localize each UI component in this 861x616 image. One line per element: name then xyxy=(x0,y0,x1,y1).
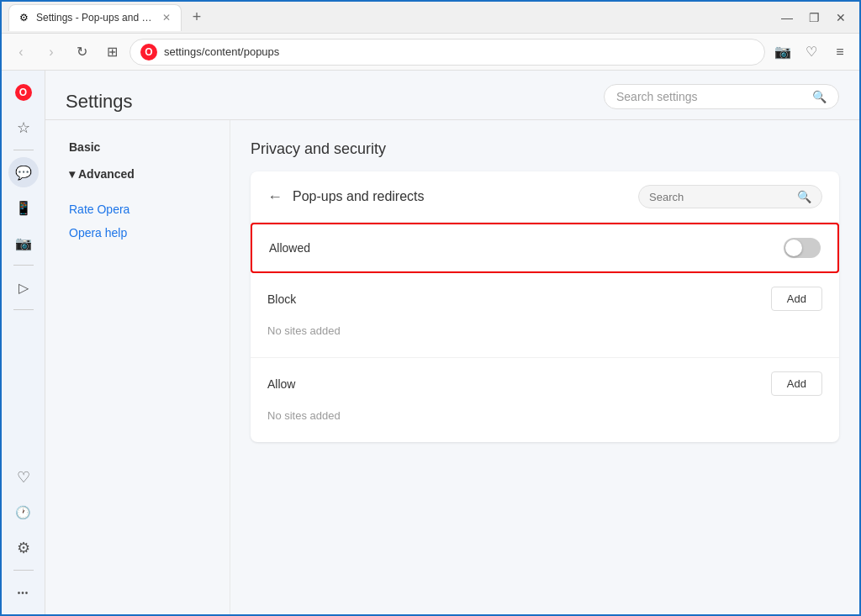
card-search-bar[interactable]: 🔍 xyxy=(638,185,822,208)
allow-add-button[interactable]: Add xyxy=(771,371,822,396)
block-section: Block Add No sites added xyxy=(251,273,839,358)
nav-item-rate-opera[interactable]: Rate Opera xyxy=(59,197,216,221)
content-card: ← Pop-ups and redirects 🔍 Allowed xyxy=(251,171,839,442)
card-search-icon: 🔍 xyxy=(797,190,811,203)
sidebar-item-news[interactable]: ▷ xyxy=(8,272,39,303)
nav-section-advanced: ▾ Advanced xyxy=(45,161,230,187)
sidebar-divider-3 xyxy=(13,309,34,310)
nav-right-buttons: 📷 ♡ ≡ xyxy=(770,39,853,65)
close-button[interactable]: ✕ xyxy=(829,6,853,29)
allowed-toggle[interactable] xyxy=(784,238,821,258)
title-bar: ⚙ Settings - Pop-ups and red... ✕ + — ❐ … xyxy=(2,2,859,34)
tab-title: Settings - Pop-ups and red... xyxy=(36,12,154,24)
address-text: settings/content/popups xyxy=(164,45,754,58)
tab-bar: ⚙ Settings - Pop-ups and red... ✕ + xyxy=(8,4,769,31)
sidebar-item-history[interactable]: 🕐 xyxy=(8,498,39,528)
nav-section-basic: Basic xyxy=(45,134,230,161)
nav-item-advanced[interactable]: ▾ Advanced xyxy=(59,161,216,187)
allow-title: Allow xyxy=(267,377,295,391)
block-no-sites: No sites added xyxy=(267,318,822,344)
heart-button[interactable]: ♡ xyxy=(799,39,824,65)
settings-search-input[interactable] xyxy=(616,90,806,103)
block-add-button[interactable]: Add xyxy=(771,287,822,311)
grid-button[interactable]: ⊞ xyxy=(99,39,124,65)
toggle-knob xyxy=(785,240,802,256)
section-heading: Privacy and security xyxy=(251,140,839,158)
sidebar-item-speed-dial[interactable]: ☆ xyxy=(8,113,39,143)
card-back-button[interactable]: ← xyxy=(267,188,283,206)
settings-area: Settings 🔍 Basic ▾ Advanced xyxy=(45,71,859,614)
nav-item-basic[interactable]: Basic xyxy=(59,134,216,161)
sidebar-divider-2 xyxy=(13,265,34,266)
nav-advanced-label: Advanced xyxy=(78,167,135,181)
settings-title: Settings xyxy=(66,91,133,113)
block-header: Block Add xyxy=(267,287,822,311)
nav-item-opera-help[interactable]: Opera help xyxy=(59,221,216,245)
settings-nav: Basic ▾ Advanced Rate Opera Opera help xyxy=(45,120,230,614)
sidebar: O ☆ 💬 📱 📷 ▷ ♡ 🕐 ⚙ ••• xyxy=(2,71,45,614)
sidebar-item-messenger[interactable]: 💬 xyxy=(8,157,39,187)
sidebar-divider-4 xyxy=(13,570,34,571)
sidebar-item-more[interactable]: ••• xyxy=(8,577,39,608)
sidebar-divider-1 xyxy=(13,150,34,150)
opera-logo-small: O xyxy=(140,44,157,61)
opera-icon: O xyxy=(15,84,32,101)
nav-section-links: Rate Opera Opera help xyxy=(45,197,230,245)
sidebar-item-opera[interactable]: O xyxy=(8,77,39,108)
browser-window: ⚙ Settings - Pop-ups and red... ✕ + — ❐ … xyxy=(0,0,861,616)
forward-button[interactable]: › xyxy=(39,39,64,65)
settings-search-bar[interactable]: 🔍 xyxy=(604,84,839,109)
minimize-button[interactable]: — xyxy=(775,6,799,29)
allowed-label: Allowed xyxy=(269,241,310,255)
address-bar[interactable]: O settings/content/popups xyxy=(129,39,765,66)
card-search-input[interactable] xyxy=(649,191,790,203)
allow-no-sites: No sites added xyxy=(267,403,822,429)
advanced-chevron-icon: ▾ xyxy=(69,167,75,181)
card-title: Pop-ups and redirects xyxy=(293,189,628,204)
new-tab-button[interactable]: + xyxy=(185,6,209,29)
settings-header: Settings 🔍 xyxy=(45,71,859,120)
settings-content: Privacy and security ← Pop-ups and redir… xyxy=(230,120,859,614)
sidebar-item-whatsapp[interactable]: 📱 xyxy=(8,192,39,223)
active-tab[interactable]: ⚙ Settings - Pop-ups and red... ✕ xyxy=(8,4,182,31)
tab-close-button[interactable]: ✕ xyxy=(162,12,171,24)
settings-layout: Basic ▾ Advanced Rate Opera Opera help xyxy=(45,120,859,614)
sidebar-item-settings[interactable]: ⚙ xyxy=(8,533,39,563)
sidebar-item-bookmarks[interactable]: ♡ xyxy=(8,462,39,492)
back-button[interactable]: ‹ xyxy=(8,39,34,65)
sidebar-item-instagram[interactable]: 📷 xyxy=(8,228,39,258)
main-area: O ☆ 💬 📱 📷 ▷ ♡ 🕐 ⚙ ••• Settings 🔍 xyxy=(2,71,859,614)
card-header: ← Pop-ups and redirects 🔍 xyxy=(251,171,839,223)
refresh-button[interactable]: ↻ xyxy=(69,39,94,65)
tab-favicon: ⚙ xyxy=(19,12,31,24)
camera-button[interactable]: 📷 xyxy=(770,39,795,65)
maximize-button[interactable]: ❐ xyxy=(802,6,826,29)
allowed-row: Allowed xyxy=(251,223,839,273)
window-controls: — ❐ ✕ xyxy=(775,6,853,29)
allow-section: Allow Add No sites added xyxy=(251,358,839,442)
navigation-bar: ‹ › ↻ ⊞ O settings/content/popups 📷 ♡ ≡ xyxy=(2,34,859,71)
menu-button[interactable]: ≡ xyxy=(827,39,853,65)
block-title: Block xyxy=(267,292,296,306)
settings-search-icon: 🔍 xyxy=(812,90,827,103)
allow-header: Allow Add xyxy=(267,371,822,396)
